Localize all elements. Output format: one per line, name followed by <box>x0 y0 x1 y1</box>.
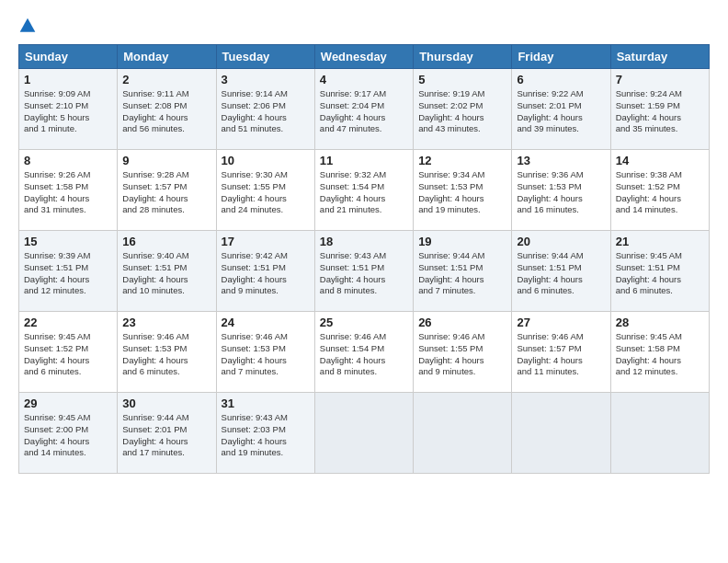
calendar-cell: 19Sunrise: 9:44 AM Sunset: 1:51 PM Dayli… <box>414 231 512 312</box>
cell-info: Sunrise: 9:19 AM Sunset: 2:02 PM Dayligh… <box>418 88 506 135</box>
calendar-header-row: SundayMondayTuesdayWednesdayThursdayFrid… <box>19 45 710 69</box>
cell-info: Sunrise: 9:45 AM Sunset: 1:58 PM Dayligh… <box>616 331 704 378</box>
day-header-friday: Friday <box>512 45 610 69</box>
cell-info: Sunrise: 9:26 AM Sunset: 1:58 PM Dayligh… <box>24 169 112 216</box>
calendar-cell: 20Sunrise: 9:44 AM Sunset: 1:51 PM Dayli… <box>512 231 610 312</box>
calendar-cell: 11Sunrise: 9:32 AM Sunset: 1:54 PM Dayli… <box>314 150 413 231</box>
day-number: 25 <box>320 316 408 329</box>
day-number: 2 <box>122 73 210 86</box>
cell-info: Sunrise: 9:30 AM Sunset: 1:55 PM Dayligh… <box>222 169 310 216</box>
calendar-cell: 13Sunrise: 9:36 AM Sunset: 1:53 PM Dayli… <box>512 150 610 231</box>
calendar-cell: 2Sunrise: 9:11 AM Sunset: 2:08 PM Daylig… <box>118 69 216 150</box>
calendar-week-row: 8Sunrise: 9:26 AM Sunset: 1:58 PM Daylig… <box>19 150 710 231</box>
day-number: 30 <box>122 396 210 410</box>
day-header-wednesday: Wednesday <box>314 45 413 69</box>
day-header-saturday: Saturday <box>610 45 709 69</box>
calendar-table: SundayMondayTuesdayWednesdayThursdayFrid… <box>18 44 710 474</box>
day-header-tuesday: Tuesday <box>216 45 314 69</box>
day-number: 24 <box>222 316 310 329</box>
calendar-cell <box>512 393 610 474</box>
cell-info: Sunrise: 9:46 AM Sunset: 1:54 PM Dayligh… <box>320 331 408 378</box>
logo-icon <box>18 17 37 35</box>
page: SundayMondayTuesdayWednesdayThursdayFrid… <box>0 0 728 483</box>
cell-info: Sunrise: 9:45 AM Sunset: 1:51 PM Dayligh… <box>616 250 704 297</box>
day-number: 16 <box>122 235 210 248</box>
day-header-thursday: Thursday <box>414 45 512 69</box>
cell-info: Sunrise: 9:09 AM Sunset: 2:10 PM Dayligh… <box>24 88 112 135</box>
cell-info: Sunrise: 9:46 AM Sunset: 1:53 PM Dayligh… <box>122 331 210 378</box>
calendar-cell: 31Sunrise: 9:43 AM Sunset: 2:03 PM Dayli… <box>216 393 314 474</box>
cell-info: Sunrise: 9:45 AM Sunset: 2:00 PM Dayligh… <box>24 412 112 459</box>
cell-info: Sunrise: 9:34 AM Sunset: 1:53 PM Dayligh… <box>418 169 506 216</box>
calendar-cell: 17Sunrise: 9:42 AM Sunset: 1:51 PM Dayli… <box>216 231 314 312</box>
calendar-cell: 3Sunrise: 9:14 AM Sunset: 2:06 PM Daylig… <box>216 69 314 150</box>
day-number: 5 <box>418 73 506 86</box>
calendar-week-row: 22Sunrise: 9:45 AM Sunset: 1:52 PM Dayli… <box>19 312 710 393</box>
cell-info: Sunrise: 9:45 AM Sunset: 1:52 PM Dayligh… <box>24 331 112 378</box>
day-number: 4 <box>320 73 408 86</box>
calendar-cell: 8Sunrise: 9:26 AM Sunset: 1:58 PM Daylig… <box>19 150 118 231</box>
cell-info: Sunrise: 9:38 AM Sunset: 1:52 PM Dayligh… <box>616 169 704 216</box>
logo <box>18 17 40 35</box>
day-number: 3 <box>222 73 310 86</box>
day-number: 8 <box>24 154 112 167</box>
cell-info: Sunrise: 9:44 AM Sunset: 2:01 PM Dayligh… <box>122 412 210 459</box>
cell-info: Sunrise: 9:46 AM Sunset: 1:55 PM Dayligh… <box>418 331 506 378</box>
day-number: 21 <box>616 235 704 248</box>
cell-info: Sunrise: 9:39 AM Sunset: 1:51 PM Dayligh… <box>24 250 112 297</box>
calendar-week-row: 15Sunrise: 9:39 AM Sunset: 1:51 PM Dayli… <box>19 231 710 312</box>
cell-info: Sunrise: 9:43 AM Sunset: 2:03 PM Dayligh… <box>222 412 310 459</box>
cell-info: Sunrise: 9:42 AM Sunset: 1:51 PM Dayligh… <box>222 250 310 297</box>
day-number: 11 <box>320 154 408 167</box>
calendar-cell: 6Sunrise: 9:22 AM Sunset: 2:01 PM Daylig… <box>512 69 610 150</box>
day-number: 9 <box>122 154 210 167</box>
calendar-cell: 24Sunrise: 9:46 AM Sunset: 1:53 PM Dayli… <box>216 312 314 393</box>
calendar-cell <box>610 393 709 474</box>
calendar-cell: 29Sunrise: 9:45 AM Sunset: 2:00 PM Dayli… <box>19 393 118 474</box>
day-number: 12 <box>418 154 506 167</box>
cell-info: Sunrise: 9:44 AM Sunset: 1:51 PM Dayligh… <box>517 250 605 297</box>
day-number: 1 <box>24 73 112 86</box>
cell-info: Sunrise: 9:40 AM Sunset: 1:51 PM Dayligh… <box>122 250 210 297</box>
calendar-cell <box>314 393 413 474</box>
calendar-cell: 4Sunrise: 9:17 AM Sunset: 2:04 PM Daylig… <box>314 69 413 150</box>
cell-info: Sunrise: 9:17 AM Sunset: 2:04 PM Dayligh… <box>320 88 408 135</box>
calendar-cell: 14Sunrise: 9:38 AM Sunset: 1:52 PM Dayli… <box>610 150 709 231</box>
cell-info: Sunrise: 9:46 AM Sunset: 1:53 PM Dayligh… <box>222 331 310 378</box>
cell-info: Sunrise: 9:24 AM Sunset: 1:59 PM Dayligh… <box>616 88 704 135</box>
calendar-cell: 27Sunrise: 9:46 AM Sunset: 1:57 PM Dayli… <box>512 312 610 393</box>
calendar-week-row: 1Sunrise: 9:09 AM Sunset: 2:10 PM Daylig… <box>19 69 710 150</box>
day-number: 13 <box>517 154 605 167</box>
day-number: 31 <box>222 396 310 410</box>
day-number: 19 <box>418 235 506 248</box>
calendar-cell: 28Sunrise: 9:45 AM Sunset: 1:58 PM Dayli… <box>610 312 709 393</box>
calendar-cell: 22Sunrise: 9:45 AM Sunset: 1:52 PM Dayli… <box>19 312 118 393</box>
calendar-week-row: 29Sunrise: 9:45 AM Sunset: 2:00 PM Dayli… <box>19 393 710 474</box>
cell-info: Sunrise: 9:32 AM Sunset: 1:54 PM Dayligh… <box>320 169 408 216</box>
calendar-cell: 9Sunrise: 9:28 AM Sunset: 1:57 PM Daylig… <box>118 150 216 231</box>
cell-info: Sunrise: 9:11 AM Sunset: 2:08 PM Dayligh… <box>122 88 210 135</box>
cell-info: Sunrise: 9:22 AM Sunset: 2:01 PM Dayligh… <box>517 88 605 135</box>
calendar-cell: 25Sunrise: 9:46 AM Sunset: 1:54 PM Dayli… <box>314 312 413 393</box>
cell-info: Sunrise: 9:44 AM Sunset: 1:51 PM Dayligh… <box>418 250 506 297</box>
calendar-cell: 16Sunrise: 9:40 AM Sunset: 1:51 PM Dayli… <box>118 231 216 312</box>
svg-marker-0 <box>20 18 36 32</box>
calendar-cell: 10Sunrise: 9:30 AM Sunset: 1:55 PM Dayli… <box>216 150 314 231</box>
cell-info: Sunrise: 9:14 AM Sunset: 2:06 PM Dayligh… <box>222 88 310 135</box>
day-header-sunday: Sunday <box>19 45 118 69</box>
day-number: 28 <box>616 316 704 329</box>
day-number: 20 <box>517 235 605 248</box>
day-header-monday: Monday <box>118 45 216 69</box>
day-number: 22 <box>24 316 112 329</box>
day-number: 6 <box>517 73 605 86</box>
cell-info: Sunrise: 9:28 AM Sunset: 1:57 PM Dayligh… <box>122 169 210 216</box>
day-number: 10 <box>222 154 310 167</box>
calendar-cell: 12Sunrise: 9:34 AM Sunset: 1:53 PM Dayli… <box>414 150 512 231</box>
calendar-cell: 30Sunrise: 9:44 AM Sunset: 2:01 PM Dayli… <box>118 393 216 474</box>
day-number: 7 <box>616 73 704 86</box>
day-number: 15 <box>24 235 112 248</box>
calendar-cell: 26Sunrise: 9:46 AM Sunset: 1:55 PM Dayli… <box>414 312 512 393</box>
day-number: 14 <box>616 154 704 167</box>
day-number: 18 <box>320 235 408 248</box>
calendar-cell: 21Sunrise: 9:45 AM Sunset: 1:51 PM Dayli… <box>610 231 709 312</box>
